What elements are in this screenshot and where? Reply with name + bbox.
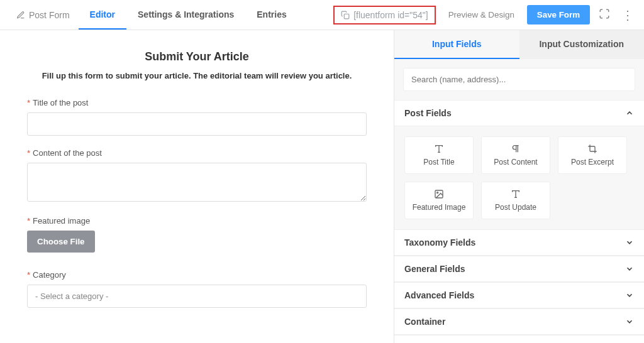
required-marker: * (27, 148, 30, 158)
top-right: [fluentform id="54"] Preview & Design Sa… (333, 5, 636, 24)
copy-icon (341, 11, 350, 19)
crop-icon (587, 144, 597, 154)
section-post-fields[interactable]: Post Fields (394, 100, 644, 126)
field-label: *Featured image (27, 216, 367, 226)
section-taxonomy[interactable]: Taxonomy Fields (394, 229, 644, 256)
field-label: *Title of the post (27, 98, 367, 107)
content-textarea[interactable] (27, 163, 367, 202)
shortcode-text: [fluentform id="54"] (353, 10, 428, 20)
block-post-excerpt[interactable]: Post Excerpt (558, 136, 627, 174)
top-left: Post Form Editor Settings & Integrations… (8, 1, 298, 30)
chevron-down-icon (625, 264, 634, 273)
field-content[interactable]: *Content of the post (27, 148, 367, 204)
tab-settings[interactable]: Settings & Integrations (126, 1, 245, 30)
preview-button[interactable]: Preview & Design (442, 5, 521, 24)
required-marker: * (27, 216, 30, 226)
form-canvas-inner: Submit Your Article Fill up this form to… (27, 50, 367, 320)
tab-nav: Editor Settings & Integrations Entries (79, 1, 298, 30)
field-featured-image[interactable]: *Featured image Choose File (27, 216, 367, 258)
form-canvas: Submit Your Article Fill up this form to… (0, 30, 394, 343)
chevron-down-icon (625, 238, 634, 247)
image-icon (434, 189, 444, 199)
form-description: Fill up this form to submit your article… (27, 71, 367, 80)
field-label: *Content of the post (27, 148, 367, 158)
brand-label: Post Form (29, 10, 70, 20)
required-marker: * (27, 270, 30, 280)
choose-file-button[interactable]: Choose File (27, 231, 95, 253)
sidebar: Input Fields Input Customization Post Fi… (394, 30, 644, 343)
main: Submit Your Article Fill up this form to… (0, 30, 644, 343)
field-category[interactable]: *Category - Select a category - (27, 270, 367, 308)
field-title[interactable]: *Title of the post (27, 98, 367, 136)
block-post-update[interactable]: Post Update (481, 182, 550, 219)
section-advanced[interactable]: Advanced Fields (394, 282, 644, 308)
fullscreen-icon (599, 8, 610, 19)
section-post-fields-body: Post Title Post Content Post Excerpt Fea… (394, 126, 644, 229)
field-label: *Category (27, 270, 367, 280)
section-container[interactable]: Container (394, 308, 644, 335)
category-select[interactable]: - Select a category - (27, 285, 367, 308)
sidebar-tab-customization[interactable]: Input Customization (519, 30, 645, 59)
paragraph-icon (511, 144, 521, 154)
text-width-icon (434, 144, 444, 154)
search-wrap (394, 59, 644, 100)
svg-rect-0 (344, 14, 349, 19)
required-marker: * (27, 98, 30, 107)
tab-entries[interactable]: Entries (245, 1, 297, 30)
chevron-up-icon (625, 109, 634, 117)
chevron-down-icon (625, 317, 634, 326)
more-button[interactable]: ⋮ (619, 6, 636, 24)
tab-editor[interactable]: Editor (79, 1, 126, 30)
block-post-title[interactable]: Post Title (404, 136, 474, 174)
fullscreen-button[interactable] (596, 6, 613, 24)
sidebar-tab-input-fields[interactable]: Input Fields (394, 30, 519, 59)
section-payment[interactable]: Payment Fields (394, 335, 644, 343)
chevron-down-icon (625, 291, 634, 300)
section-general[interactable]: General Fields (394, 256, 644, 282)
shortcode-box[interactable]: [fluentform id="54"] (333, 6, 436, 24)
block-post-content[interactable]: Post Content (481, 136, 550, 174)
block-featured-image[interactable]: Featured Image (404, 182, 474, 219)
search-input[interactable] (403, 68, 635, 91)
title-input[interactable] (27, 112, 367, 136)
text-width-icon (511, 189, 521, 199)
svg-point-2 (437, 192, 438, 193)
more-icon: ⋮ (621, 8, 634, 22)
top-bar: Post Form Editor Settings & Integrations… (0, 0, 644, 30)
save-button[interactable]: Save Form (527, 5, 590, 24)
brand: Post Form (8, 10, 79, 20)
sidebar-tabs: Input Fields Input Customization (394, 30, 644, 59)
pencil-icon (16, 11, 25, 19)
form-title: Submit Your Article (27, 50, 367, 63)
